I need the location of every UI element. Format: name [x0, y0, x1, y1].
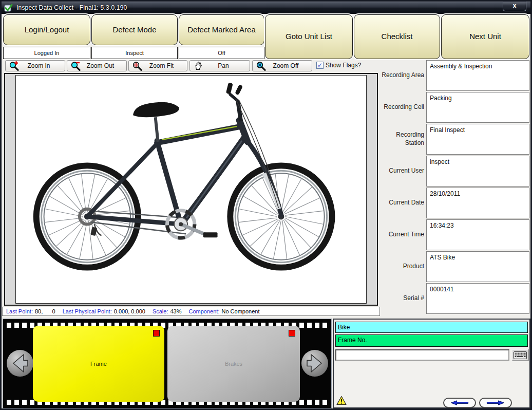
image-viewport[interactable]	[4, 73, 378, 306]
current-date-value: 28/10/2011	[426, 188, 529, 218]
component-value: No Component	[221, 308, 259, 314]
login-logout-button[interactable]: Login/Logout	[3, 14, 90, 45]
show-flags-checkbox[interactable]: ✓	[316, 62, 324, 69]
login-status: Logged In	[3, 47, 90, 59]
current-date-label: Current Date	[379, 188, 424, 218]
component-label: Component:	[189, 308, 220, 314]
pan-button[interactable]: Pan	[189, 60, 250, 71]
last-point-label: Last Point:	[6, 308, 33, 314]
on-screen-keyboard-button[interactable]	[511, 349, 529, 361]
app-window: Inspect Data Collect - Final1: 5.3.0.190…	[0, 0, 532, 410]
last-point-value: 80, 0	[35, 308, 55, 314]
defect-marker	[153, 330, 160, 337]
component-filmstrip: Frame Brakes	[3, 319, 332, 408]
current-time-value: 16:34:23	[426, 219, 529, 250]
serial-number-label: Serial #	[379, 283, 424, 314]
recording-station-label: Recording Station	[379, 124, 424, 155]
zoom-off-button[interactable]: Zoom Off	[252, 60, 312, 71]
recording-area-label: Recording Area	[379, 60, 424, 91]
zoom-off-icon	[256, 61, 266, 71]
previous-field-button[interactable]	[443, 398, 476, 408]
defect-mode-status: Inspect	[91, 47, 178, 59]
pan-hand-icon	[193, 61, 203, 71]
card-label: Brakes	[225, 361, 242, 367]
defect-mode-button[interactable]: Defect Mode	[91, 14, 178, 45]
defect-marked-area-button[interactable]: Defect Marked Area	[179, 14, 264, 45]
next-unit-button[interactable]: Next Unit	[441, 14, 529, 59]
close-button[interactable]: x	[503, 2, 526, 11]
right-arrow-icon	[301, 350, 328, 377]
product-label: Product	[379, 251, 424, 282]
last-physical-point-label: Last Physical Point:	[63, 308, 112, 314]
field-name-bar: Frame No.	[335, 334, 528, 347]
next-field-button[interactable]	[479, 398, 512, 408]
component-card-frame[interactable]: Frame	[33, 326, 164, 402]
product-value: ATS Bike	[426, 251, 529, 282]
zoom-out-button[interactable]: Zoom Out	[67, 60, 127, 71]
data-entry-panel: Bike Frame No.	[333, 319, 530, 408]
title-bar[interactable]: Inspect Data Collect - Final1: 5.3.0.190…	[2, 2, 530, 14]
product-image-bicycle[interactable]	[15, 75, 367, 304]
scale-label: Scale:	[153, 308, 168, 314]
component-card-brakes[interactable]: Brakes	[167, 326, 300, 402]
bicycle-illustration	[16, 76, 366, 303]
status-bar: Last Point: 80, 0 Last Physical Point: 0…	[2, 307, 380, 316]
left-arrow-icon	[7, 350, 33, 377]
checklist-button[interactable]: Checklist	[354, 14, 440, 59]
keyboard-icon	[514, 351, 527, 359]
card-label: Frame	[90, 361, 107, 367]
blue-left-arrow-icon	[447, 400, 472, 406]
frame-number-input[interactable]	[335, 349, 509, 361]
window-title: Inspect Data Collect - Final1: 5.3.0.190	[16, 4, 127, 11]
goto-unit-list-button[interactable]: Goto Unit List	[265, 14, 353, 59]
show-flags-label: Show Flags?	[326, 62, 361, 69]
current-time-label: Current Time	[379, 219, 424, 250]
zoom-in-button[interactable]: Zoom In	[5, 60, 65, 71]
filmstrip-next-button[interactable]	[301, 350, 328, 377]
scale-value: 43%	[170, 308, 181, 314]
recording-cell-value: Packing	[426, 92, 529, 123]
filmstrip-prev-button[interactable]	[7, 350, 33, 377]
zoom-in-icon	[9, 61, 19, 71]
last-physical-point-value: 0.000, 0.000	[114, 308, 145, 314]
app-icon	[4, 4, 13, 12]
current-user-value: inspect	[426, 156, 529, 187]
product-bar: Bike	[335, 322, 528, 333]
blue-right-arrow-icon	[483, 400, 508, 406]
warning-icon	[336, 396, 347, 405]
zoom-out-icon	[70, 61, 81, 71]
current-user-label: Current User	[379, 156, 424, 187]
zoom-fit-button[interactable]: Zoom Fit	[128, 60, 187, 71]
zoom-fit-icon	[132, 61, 142, 71]
recording-station-value: Final Inspect	[426, 124, 529, 155]
defect-marker	[289, 330, 295, 337]
serial-number-value: 0000141	[426, 283, 529, 314]
recording-cell-label: Recording Cell	[379, 92, 424, 123]
recording-area-value: Assembly & Inspection	[426, 60, 529, 91]
defect-marked-area-status: Off	[179, 47, 264, 59]
